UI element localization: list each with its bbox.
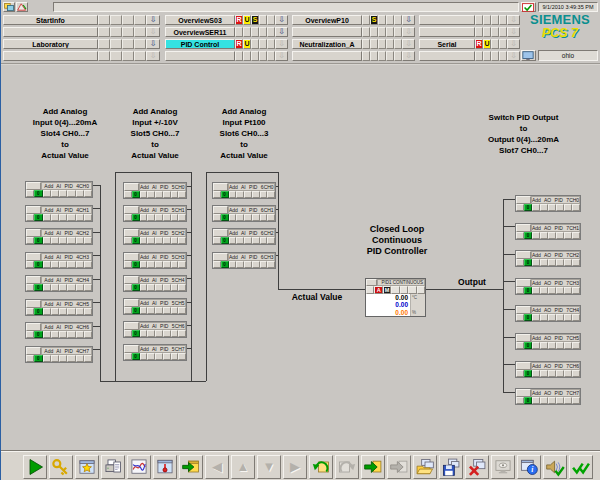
- alarm-triangle-icon: [17, 3, 27, 11]
- function-block-add-ai-pid-5ch0[interactable]: Add AI PID 5CH00: [123, 182, 187, 199]
- nav-button-neutralization-a[interactable]: Neutralization_A: [292, 39, 362, 49]
- nav-down-button[interactable]: ▼: [257, 455, 281, 479]
- runtime-start-button[interactable]: [23, 455, 47, 479]
- nav-button-blank[interactable]: [3, 51, 98, 61]
- nav-button-overviewser11[interactable]: OverviewSER11: [165, 27, 235, 37]
- nav-dropdown-arrow[interactable]: ⇩: [146, 39, 160, 49]
- nav-dropdown-arrow[interactable]: ⇩: [146, 15, 160, 25]
- nav-button-blank[interactable]: [419, 51, 475, 61]
- block-cell: [556, 397, 564, 404]
- block-cell: [84, 284, 92, 291]
- function-block-add-ai-pid-4ch3[interactable]: Add AI PID 4CH30: [25, 252, 93, 269]
- nav-button-pid-control[interactable]: PID Control: [165, 39, 235, 49]
- station-button[interactable]: [521, 50, 536, 61]
- function-block-add-ao-pid-7ch1[interactable]: Add AO PID 7CH10: [515, 223, 581, 240]
- acknowledge-all-button[interactable]: [569, 455, 593, 479]
- nav-button-blank[interactable]: [419, 15, 475, 25]
- alarm-edit-button[interactable]: [16, 2, 28, 12]
- function-block-add-ai-pid-6ch1[interactable]: Add AI PID 6CH10: [212, 205, 276, 222]
- nav-button-serial[interactable]: Serial: [419, 39, 475, 49]
- nav-dropdown-arrow[interactable]: ⇩: [402, 39, 415, 49]
- function-block-add-ai-pid-5ch6[interactable]: Add AI PID 5CH60: [123, 321, 187, 338]
- function-block-add-ai-pid-5ch5[interactable]: Add AI PID 5CH50: [123, 298, 187, 315]
- block-button: [26, 323, 41, 331]
- nav-dropdown-arrow[interactable]: ⇩: [275, 27, 288, 37]
- nav-dropdown-arrow[interactable]: ⇩: [275, 51, 288, 61]
- nav-button-overviewp10[interactable]: OverviewP10: [292, 15, 362, 25]
- picture-jump-disabled-button[interactable]: [387, 455, 411, 479]
- nav-left-button[interactable]: ◀: [205, 455, 229, 479]
- measurement-button[interactable]: [153, 455, 177, 479]
- nav-button-startinfo[interactable]: StartInfo: [3, 15, 98, 25]
- function-block-add-ai-pid-5ch2[interactable]: Add AI PID 5CH20: [123, 228, 187, 245]
- nav-button-blank[interactable]: [165, 51, 235, 61]
- block-cell: [516, 259, 524, 266]
- block-cell: [147, 330, 155, 337]
- nav-right-button[interactable]: ▶: [283, 455, 307, 479]
- block-cell: [163, 237, 171, 244]
- nav-dropdown-arrow[interactable]: ⇩: [275, 15, 288, 25]
- function-block-add-ao-pid-7ch0[interactable]: Add AO PID 7CH00: [515, 195, 581, 212]
- function-block-add-ao-pid-7ch7[interactable]: Add AO PID 7CH70: [515, 388, 581, 405]
- pid-controller-block[interactable]: PID1 CONTINUOUS A M 0.00 °C 0.00 0.00 %: [365, 278, 426, 317]
- nav-dropdown-arrow[interactable]: ⇩: [146, 51, 160, 61]
- function-block-add-ao-pid-7ch3[interactable]: Add AO PID 7CH30: [515, 278, 581, 295]
- nav-dropdown-arrow[interactable]: ⇩: [402, 15, 415, 25]
- function-block-add-ao-pid-7ch5[interactable]: Add AO PID 7CH50: [515, 333, 581, 350]
- nav-button-blank[interactable]: [292, 27, 362, 37]
- nav-dropdown-arrow[interactable]: ⇩: [402, 27, 415, 37]
- nav-dropdown-arrow[interactable]: ⇩: [146, 27, 160, 37]
- function-block-add-ai-pid-6ch3[interactable]: Add AI PID 6CH30: [212, 252, 276, 269]
- save-windows-button[interactable]: [439, 455, 463, 479]
- nav-button-blank[interactable]: [3, 27, 98, 37]
- picture-overview-button[interactable]: [75, 455, 99, 479]
- login-key-button[interactable]: [49, 455, 73, 479]
- nav-dropdown-arrow[interactable]: ⇩: [507, 51, 520, 61]
- trend-button[interactable]: [127, 455, 151, 479]
- acknowledge-button[interactable]: [521, 2, 536, 12]
- close-windows-button[interactable]: [465, 455, 489, 479]
- function-block-add-ai-pid-5ch3[interactable]: Add AI PID 5CH30: [123, 252, 187, 269]
- function-block-add-ao-pid-7ch6[interactable]: Add AO PID 7CH60: [515, 361, 581, 378]
- nav-dropdown-arrow[interactable]: ⇩: [507, 27, 520, 37]
- horn-acknowledge-button[interactable]: [543, 455, 567, 479]
- function-block-add-ai-pid-4ch2[interactable]: Add AI PID 4CH20: [25, 228, 93, 245]
- function-block-add-ao-pid-7ch4[interactable]: Add AO PID 7CH40: [515, 305, 581, 322]
- window-info-button[interactable]: i: [517, 455, 541, 479]
- function-block-add-ai-pid-6ch0[interactable]: Add AI PID 6CH00: [212, 182, 276, 199]
- function-block-add-ai-pid-4ch7[interactable]: Add AI PID 4CH70: [25, 346, 93, 363]
- picture-jump-button[interactable]: [361, 455, 385, 479]
- picture-back-button[interactable]: [309, 455, 333, 479]
- nav-button-overviews03[interactable]: OverviewS03: [165, 15, 235, 25]
- picture-select-button[interactable]: [179, 455, 203, 479]
- function-block-add-ai-pid-5ch7[interactable]: Add AI PID 5CH70: [123, 344, 187, 361]
- nav-button-blank[interactable]: [292, 51, 362, 61]
- function-block-add-ai-pid-4ch5[interactable]: Add AI PID 4CH50: [25, 299, 93, 316]
- picture-forward-button[interactable]: [335, 455, 359, 479]
- output-label: Output: [445, 277, 499, 287]
- function-block-add-ai-pid-4ch1[interactable]: Add AI PID 4CH10: [25, 205, 93, 222]
- function-block-add-ai-pid-4ch6[interactable]: Add AI PID 4CH60: [25, 322, 93, 339]
- nav-dropdown-arrow[interactable]: ⇩: [402, 51, 415, 61]
- nav-button-blank[interactable]: [419, 27, 475, 37]
- function-block-add-ai-pid-5ch4[interactable]: Add AI PID 5CH40: [123, 275, 187, 292]
- block-cell: [252, 261, 260, 268]
- window-select-button[interactable]: [3, 2, 15, 12]
- open-windows-button[interactable]: [413, 455, 437, 479]
- function-block-add-ai-pid-6ch2[interactable]: Add AI PID 6CH20: [212, 228, 276, 245]
- nav-dropdown-arrow[interactable]: ⇩: [275, 39, 288, 49]
- print-report-button[interactable]: [101, 455, 125, 479]
- nav-dropdown-arrow[interactable]: ⇩: [507, 15, 520, 25]
- function-block-add-ao-pid-7ch2[interactable]: Add AO PID 7CH20: [515, 250, 581, 267]
- nav-dropdown-arrow[interactable]: ⇩: [507, 39, 520, 49]
- nav-button-laboratory[interactable]: Laboratory: [3, 39, 98, 49]
- nav-cell: [378, 51, 386, 61]
- function-block-add-ai-pid-4ch4[interactable]: Add AI PID 4CH40: [25, 275, 93, 292]
- block-cell: [556, 314, 564, 321]
- function-block-add-ai-pid-5ch1[interactable]: Add AI PID 5CH10: [123, 205, 187, 222]
- display-settings-button[interactable]: [491, 455, 515, 479]
- function-block-add-ai-pid-4ch0[interactable]: Add AI PID 4CH00: [25, 181, 93, 198]
- block-cell: [147, 284, 155, 291]
- nav-up-button[interactable]: ▲: [231, 455, 255, 479]
- block-cell: [26, 355, 34, 362]
